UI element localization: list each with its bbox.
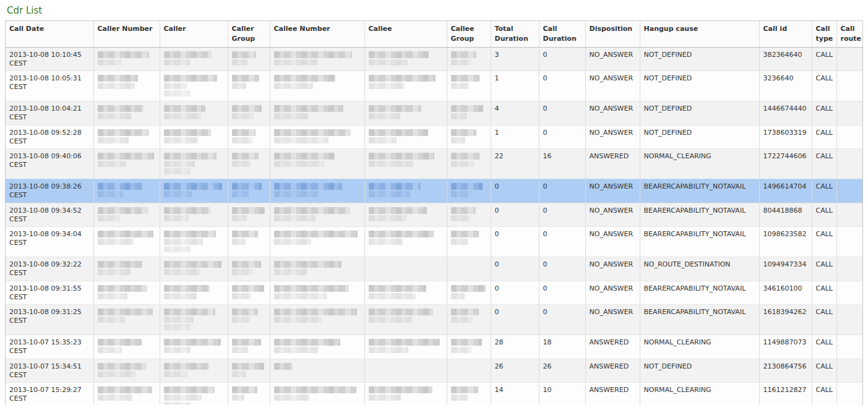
- column-header-call-id: Call id: [759, 21, 812, 47]
- cell-total-duration: 0: [491, 281, 539, 305]
- cdr-table-container: Call DateCaller NumberCallerCaller Group…: [5, 20, 863, 405]
- cell-call-type: CALL: [812, 47, 836, 71]
- cell-callee-group: [447, 257, 491, 281]
- table-row[interactable]: 2013-10-08 09:40:06 CEST2216ANSWEREDNORM…: [6, 149, 862, 179]
- redacted-value: [274, 309, 357, 315]
- table-row[interactable]: 2013-10-08 10:05:31 CEST10NO_ANSWERNOT_D…: [6, 71, 862, 101]
- redacted-value: [451, 207, 476, 214]
- redacted-value: [451, 113, 468, 119]
- cell-caller-number: [93, 203, 160, 227]
- cell-callee: [364, 179, 447, 203]
- redacted-value: [164, 215, 189, 221]
- redacted-value: [232, 269, 254, 275]
- cell-call-duration: 16: [539, 149, 585, 179]
- cell-call-id: 3236640: [759, 71, 812, 101]
- redacted-value: [369, 51, 429, 58]
- cell-call-duration: 0: [539, 305, 585, 335]
- column-header-call-type: Call type: [812, 21, 836, 47]
- table-row[interactable]: 2013-10-07 15:35:23 CEST2818ANSWEREDNORM…: [6, 335, 862, 359]
- cell-caller: [160, 71, 228, 101]
- cell-call-duration: 0: [539, 125, 585, 149]
- cell-call-duration: 0: [539, 101, 585, 126]
- redacted-value: [274, 215, 316, 221]
- cell-call-route: [836, 383, 862, 405]
- cell-caller-group: [228, 281, 270, 305]
- cell-caller: [160, 101, 228, 126]
- cell-caller-group: [228, 305, 270, 335]
- column-header-call-route: Call route: [836, 21, 862, 47]
- table-row-selected[interactable]: 2013-10-08 09:38:26 CEST00NO_ANSWERBEARE…: [6, 179, 862, 203]
- redacted-value: [274, 75, 335, 82]
- redacted-value: [369, 347, 409, 353]
- redacted-value: [232, 51, 256, 58]
- cell-caller-number: [93, 125, 160, 149]
- cell-callee-group: [447, 335, 491, 359]
- redacted-value: [98, 285, 148, 292]
- cell-callee: [364, 281, 447, 305]
- redacted-value: [274, 129, 351, 136]
- cell-hangup-cause: NO_ROUTE_DESTINATION: [640, 257, 759, 281]
- redacted-value: [164, 191, 192, 197]
- cell-hangup-cause: NORMAL_CLEARING: [640, 335, 759, 359]
- cell-disposition: NO_ANSWER: [585, 281, 640, 305]
- cell-disposition: NO_ANSWER: [585, 179, 640, 203]
- cell-caller-number: [93, 359, 160, 383]
- redacted-value: [98, 239, 134, 245]
- table-row[interactable]: 2013-10-08 09:31:55 CEST00NO_ANSWERBEARE…: [6, 281, 862, 305]
- cell-call-duration: 0: [539, 71, 585, 101]
- cell-callee: [364, 149, 447, 179]
- cell-call-date: 2013-10-08 09:31:25 CEST: [6, 305, 93, 335]
- cell-call-route: [836, 149, 862, 179]
- column-header-callee-number: Callee Number: [270, 21, 364, 47]
- cell-call-duration: 0: [539, 179, 585, 203]
- table-row[interactable]: 2013-10-08 09:34:04 CEST00NO_ANSWERBEARE…: [6, 227, 862, 257]
- cell-hangup-cause: BEARERCAPABILITY_NOTAVAIL: [640, 305, 759, 335]
- redacted-value: [232, 394, 245, 401]
- cell-call-route: [836, 257, 862, 281]
- cell-hangup-cause: BEARERCAPABILITY_NOTAVAIL: [640, 281, 759, 305]
- cell-call-duration: 0: [539, 47, 585, 71]
- redacted-value: [451, 394, 468, 401]
- redacted-value: [232, 371, 247, 377]
- redacted-value: [164, 239, 203, 245]
- table-row[interactable]: 2013-10-08 10:04:21 CEST40NO_ANSWERNOT_D…: [6, 101, 862, 126]
- cell-call-duration: 0: [539, 203, 585, 227]
- cell-caller-number: [93, 383, 160, 405]
- redacted-value: [369, 339, 440, 346]
- redacted-value: [451, 183, 483, 190]
- redacted-value: [98, 371, 135, 377]
- table-row[interactable]: 2013-10-08 09:52:28 CEST10NO_ANSWERNOT_D…: [6, 125, 862, 149]
- table-row[interactable]: 2013-10-07 15:34:51 CEST2626ANSWEREDNOT_…: [6, 359, 862, 383]
- redacted-value: [98, 51, 150, 58]
- column-header-disposition: Disposition: [585, 21, 640, 47]
- cell-caller: [160, 257, 228, 281]
- table-row[interactable]: 2013-10-08 09:34:52 CEST00NO_ANSWERBEARE…: [6, 203, 862, 227]
- redacted-value: [232, 347, 248, 353]
- cell-call-id: 1738603319: [759, 125, 812, 149]
- cell-call-type: CALL: [812, 257, 836, 281]
- cell-caller-number: [93, 71, 160, 101]
- table-row[interactable]: 2013-10-07 15:29:27 CEST1410ANSWEREDNORM…: [6, 383, 862, 405]
- table-row[interactable]: 2013-10-08 09:31:25 CEST00NO_ANSWERBEARE…: [6, 305, 862, 335]
- redacted-value: [369, 309, 433, 315]
- table-row[interactable]: 2013-10-08 10:10:45 CEST30NO_ANSWERNOT_D…: [6, 47, 862, 71]
- redacted-value: [369, 394, 402, 401]
- cell-caller: [160, 383, 228, 405]
- column-header-call-duration: Call Duration: [539, 21, 585, 47]
- redacted-value: [98, 137, 129, 143]
- redacted-value: [164, 51, 212, 58]
- cell-caller-number: [93, 149, 160, 179]
- cell-disposition: NO_ANSWER: [585, 305, 640, 335]
- redacted-value: [369, 231, 434, 237]
- redacted-value: [164, 293, 197, 299]
- redacted-value: [98, 75, 139, 82]
- redacted-value: [164, 75, 217, 82]
- column-header-callee: Callee: [364, 21, 447, 47]
- redacted-value: [451, 293, 465, 299]
- cell-total-duration: 0: [491, 257, 539, 281]
- redacted-value: [369, 317, 413, 323]
- redacted-value: [164, 59, 191, 66]
- table-row[interactable]: 2013-10-08 09:32:22 CEST00NO_ANSWERNO_RO…: [6, 257, 862, 281]
- redacted-value: [274, 363, 293, 370]
- cell-caller-group: [228, 179, 270, 203]
